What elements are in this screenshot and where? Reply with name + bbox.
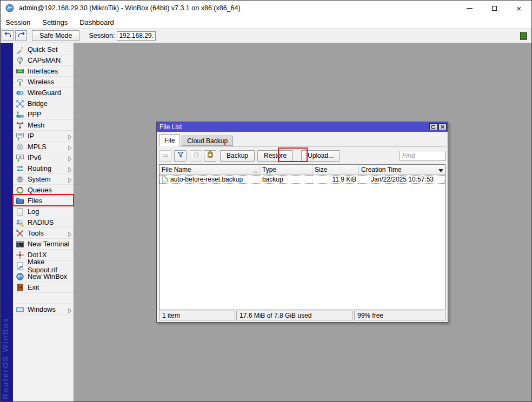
column-select-button[interactable] [436,165,445,175]
sidebar-item-interfaces[interactable]: Interfaces [13,66,74,77]
sidebar-item-wireless[interactable]: Wireless [13,77,74,88]
upload-button[interactable]: Upload... [301,150,340,162]
sidebar-item-ipv6[interactable]: v6IPv6 [13,152,74,163]
sidebar-item-radius[interactable]: RADIUS [13,217,74,228]
file-list-maximize-button[interactable] [429,123,437,130]
sidebar-item-mpls[interactable]: MPLS [13,142,74,152]
sidebar-item-label: Exit [28,283,39,291]
sidebar-gap [13,293,74,304]
app-title: admin@192.168.29.30 (MikroTik) - WinBox … [19,4,241,12]
tab-cloud-backup[interactable]: Cloud Backup [182,136,233,146]
capsman-icon [16,56,24,65]
table-row[interactable]: auto-before-reset.backupbackup11.9 KiBJa… [159,175,445,184]
ip-icon: 255 [16,132,24,140]
restore-button[interactable]: Restore [257,150,293,162]
routing-icon [16,164,24,173]
file-list-window-controls: × [429,123,447,130]
backup-button[interactable]: Backup [220,150,255,162]
wand-icon [16,45,24,54]
session-input[interactable] [117,31,156,41]
sidebar-item-ip[interactable]: 255IP [13,131,74,142]
file-list-close-button[interactable]: × [438,123,447,130]
remove-button[interactable] [159,150,171,162]
sidebar-item-mesh[interactable]: Mesh [13,120,74,131]
maximize-icon [492,6,497,11]
sort-ascending-icon [253,168,258,175]
close-icon: × [441,123,445,130]
menu-settings[interactable]: Settings [36,18,74,26]
sidebar-item-label: MPLS [28,143,46,151]
dot1x-icon [16,251,24,259]
cell-creation-time: Jan/22/2025 10:57:53 [359,175,436,184]
sidebar-item-label: CAPsMAN [28,56,61,64]
menu-session[interactable]: Session [0,18,36,26]
radius-icon [16,218,24,227]
sidebar-item-label: Quick Set [28,45,57,53]
minimize-button[interactable] [457,1,482,16]
wireless-icon [16,78,24,86]
sidebar-item-queues[interactable]: Queues [13,185,74,196]
sidebar-item-log[interactable]: Log [13,206,74,217]
undo-button[interactable] [2,30,14,41]
file-list-window: File List × FileCloud Backup BackupResto… [156,122,448,323]
sidebar-item-capsman[interactable]: CAPsMAN [13,55,74,66]
sidebar-item-system[interactable]: System [13,174,74,185]
paste-button[interactable] [204,150,216,162]
sidebar-item-exit[interactable]: Exit [13,282,74,293]
submenu-arrow-icon [68,166,72,171]
column-header-type[interactable]: Type [260,165,312,175]
sidebar-item-label: RADIUS [28,218,54,226]
sidebar-item-label: Files [28,197,42,205]
close-icon: × [517,4,522,12]
sidebar-item-new-terminal[interactable]: New Terminal [13,239,74,250]
file-icon [162,176,168,183]
cell-type: backup [260,175,312,184]
interfaces-icon [16,67,24,76]
folder-icon [16,197,24,205]
cell-file-name: auto-before-reset.backup [159,175,260,184]
cell-filler [436,175,445,184]
close-button[interactable]: × [507,1,531,16]
filter-button[interactable] [174,150,187,162]
sidebar-item-label: System [28,175,51,183]
sidebar-item-files[interactable]: Files [13,196,74,206]
bridge-icon [16,99,24,108]
maximize-button[interactable] [482,1,507,16]
redo-button[interactable] [15,30,27,41]
maximize-icon [431,125,435,129]
minimize-icon [467,8,473,9]
tab-file[interactable]: File [159,134,180,146]
sidebar-item-bridge[interactable]: Bridge [13,98,74,109]
sidebar-item-make-supout-rif[interactable]: Make Supout.rif [13,260,74,271]
sidebar-item-tools[interactable]: Tools [13,228,74,239]
supout-icon [16,262,24,270]
sidebar-item-ppp[interactable]: PPP [13,109,74,120]
column-header-file-name[interactable]: File Name [159,165,260,175]
terminal-icon [16,240,24,249]
window-controls: × [457,1,531,16]
mpls-icon [16,143,24,151]
sidebar-item-label: New WinBox [28,272,67,280]
menu-dashboard[interactable]: Dashboard [74,18,120,26]
undo-arrow-icon [4,31,11,41]
sidebar-item-label: New Terminal [28,240,69,248]
sidebar-item-new-winbox[interactable]: New WinBox [13,271,74,282]
safe-mode-button[interactable]: Safe Mode [32,30,79,41]
mesh-icon [16,121,24,130]
sidebar: Quick SetCAPsMANInterfacesWirelessWireGu… [13,43,74,402]
sidebar-item-windows[interactable]: Windows [13,304,74,315]
app-titlebar[interactable]: admin@192.168.29.30 (MikroTik) - WinBox … [0,0,532,16]
find-input[interactable] [400,151,445,161]
sidebar-item-quick-set[interactable]: Quick Set [13,44,74,55]
sidebar-item-wireguard[interactable]: WireGuard [13,88,74,98]
column-header-creation-time[interactable]: Creation Time [359,165,436,175]
submenu-arrow-icon [68,155,72,160]
log-icon [16,207,24,216]
copy-button[interactable] [190,150,202,162]
exit-icon [16,283,24,292]
file-list-titlebar[interactable]: File List × [157,122,448,132]
paste-icon [207,151,214,160]
sidebar-item-routing[interactable]: Routing [13,163,74,174]
winbox-icon [16,272,24,281]
column-header-size[interactable]: Size [312,165,359,175]
